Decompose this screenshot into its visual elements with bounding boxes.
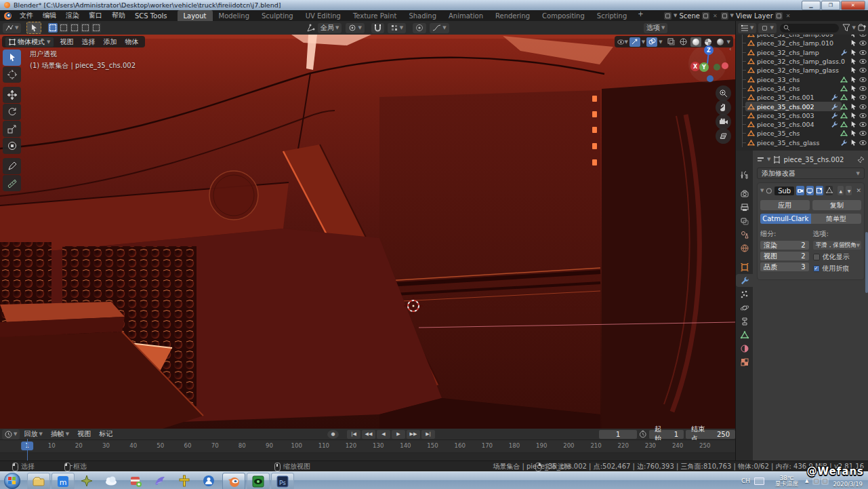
checkbox-使用折痕[interactable]: ✓使用折痕 (813, 264, 862, 273)
properties-tab-tool[interactable] (736, 168, 753, 181)
active-tool-button[interactable] (26, 22, 41, 34)
properties-tab-constraints[interactable] (736, 315, 753, 328)
properties-tab-material[interactable] (736, 342, 753, 355)
outliner-editor-type[interactable]: ▼ (738, 23, 756, 33)
axis-x-neg-dot[interactable] (722, 62, 728, 69)
object-name[interactable]: piece_32_chs_lamp (757, 49, 819, 56)
taskbar-app-blender[interactable] (222, 473, 245, 489)
viewport-3d[interactable]: 物体模式▼ 视图选择添加物体 ▼ ▼ ▼ ▼ 用户透视 (1) 场景集合 | p… (0, 35, 735, 429)
tray-expand-arrow[interactable]: ▲ (805, 478, 808, 484)
editor-type-selector[interactable]: ▼ (3, 23, 21, 33)
properties-tab-particles[interactable] (736, 288, 753, 300)
viewport-menu-选择[interactable]: 选择 (77, 37, 99, 47)
viewport-menu-添加[interactable]: 添加 (99, 37, 121, 47)
taskbar-app-maxthon[interactable]: m (51, 473, 75, 489)
properties-tab-view-layer[interactable] (736, 214, 753, 227)
properties-tab-texture[interactable] (736, 355, 753, 368)
proportional-edit-toggle[interactable] (413, 23, 426, 33)
object-name[interactable]: piece_35_chs.001 (757, 94, 814, 101)
workspace-tab-Sculpting[interactable]: Sculpting (255, 10, 299, 21)
modifier-copy-button[interactable]: 复制 (812, 200, 862, 210)
unlink-scene-icon[interactable]: ✕ (711, 13, 719, 19)
object-name[interactable]: piece_32_chs_lamp_glass (757, 66, 839, 74)
topbar-menu-编辑[interactable]: 编辑 (38, 11, 61, 20)
modifier-name-field[interactable]: Sub (774, 187, 794, 195)
jump-start-button[interactable]: |◀ (347, 430, 360, 439)
workspace-tab-Compositing[interactable]: Compositing (536, 10, 591, 21)
modifier-move-up-button[interactable]: ▲ (838, 186, 844, 195)
tray-network-icon[interactable] (812, 477, 820, 485)
axis-z-neg-dot[interactable] (707, 75, 714, 82)
workspace-tab-Animation[interactable]: Animation (442, 10, 489, 21)
outliner-row[interactable]: piece_32_chs_lamp_glass (736, 66, 868, 75)
outliner-display-mode[interactable]: ▼ (758, 23, 776, 33)
select-mode-invert[interactable] (81, 23, 90, 33)
options-dropdown[interactable]: 选项▼ (644, 23, 667, 33)
outliner-row[interactable]: piece_33_chs (736, 75, 868, 83)
outliner-row[interactable]: piece_32_chs_lamp (736, 48, 868, 57)
new-view-layer-icon[interactable] (775, 12, 783, 20)
keyboard-icon[interactable] (754, 477, 764, 485)
gizmos-dropdown[interactable]: ▼ (642, 39, 645, 45)
properties-tab-scene[interactable] (736, 228, 753, 241)
uv-smooth-dropdown[interactable]: 平滑，保留拐角▼ (813, 241, 862, 250)
mode-dropdown[interactable]: 物体模式▼ (5, 37, 54, 47)
selectable-icon[interactable] (850, 139, 857, 146)
modifier-render-toggle[interactable] (796, 186, 804, 195)
object-name[interactable]: piece_32_chs_lamp.010 (757, 39, 833, 47)
workspace-tab-Rendering[interactable]: Rendering (489, 10, 536, 21)
prev-keyframe-button[interactable]: ◀◀ (362, 430, 375, 439)
hide-eye-icon[interactable] (859, 139, 867, 146)
select-mode-new[interactable] (48, 23, 58, 33)
object-name[interactable]: piece_32_chs_lamp_glass.0 (757, 58, 845, 65)
view-layer-name[interactable]: View Layer (736, 12, 773, 20)
filter-dropdown[interactable]: ▼ (852, 25, 856, 31)
properties-tab-render[interactable] (736, 187, 753, 200)
workspace-tab-Layout[interactable]: Layout (178, 10, 213, 21)
workspace-tab-Modeling[interactable]: Modeling (213, 10, 256, 21)
axis-y-ball[interactable]: Y (699, 62, 709, 72)
ortho-perspective-button[interactable] (716, 128, 731, 144)
xray-toggle[interactable] (666, 37, 677, 47)
outliner-search-input[interactable] (780, 24, 839, 33)
frame-end-field[interactable]: 结束点250 (686, 430, 735, 439)
timeline-ruler[interactable]: 1 10203040506070809010011012013014015016… (0, 440, 735, 453)
properties-tab-world[interactable] (736, 241, 753, 254)
hide-eye-icon[interactable] (859, 49, 867, 56)
hide-eye-icon[interactable] (859, 66, 867, 74)
properties-tab-data[interactable] (736, 328, 753, 341)
outliner-row[interactable]: piece_32_chs_lamp_glass.0 (736, 57, 868, 66)
tool-move[interactable] (3, 87, 21, 103)
hide-eye-icon[interactable] (859, 85, 867, 92)
field-视图[interactable]: 视图2 (760, 252, 809, 260)
tool-cursor[interactable] (3, 66, 21, 83)
taskbar-app-explorer[interactable] (27, 473, 50, 489)
filter-icon[interactable] (842, 24, 850, 32)
topbar-menu-SCS Tools[interactable]: SCS Tools (130, 12, 172, 20)
selectable-icon[interactable] (850, 121, 857, 128)
modifier-move-down-button[interactable]: ▼ (846, 186, 852, 195)
axis-y-neg-dot[interactable] (714, 64, 720, 71)
selectable-icon[interactable] (850, 35, 857, 38)
timeline-menu-标记[interactable]: 标记 (95, 429, 117, 439)
minimize-button[interactable]: ▁ (802, 1, 821, 10)
workspace-tab-Shading[interactable]: Shading (402, 10, 442, 21)
tray-volume-icon[interactable] (821, 477, 829, 485)
selectable-icon[interactable] (850, 76, 857, 83)
workspace-tab-Scripting[interactable]: Scripting (591, 10, 633, 21)
properties-tab-object[interactable] (736, 260, 753, 273)
modifier-editmode-toggle[interactable] (816, 186, 823, 195)
selectable-icon[interactable] (850, 85, 857, 92)
scene-selector[interactable]: ▼ (674, 13, 677, 18)
proportional-falloff-dropdown[interactable]: ▼ (430, 23, 449, 33)
new-scene-icon[interactable] (702, 12, 709, 20)
properties-tab-modifiers[interactable] (736, 274, 753, 287)
gizmos-toggle[interactable] (629, 37, 640, 47)
hide-eye-icon[interactable] (859, 58, 867, 65)
taskbar-app-cross[interactable] (173, 473, 195, 489)
frame-start-field[interactable]: 起始1 (649, 430, 684, 439)
playhead-line[interactable] (27, 439, 28, 461)
overlays-dropdown[interactable]: ▼ (659, 39, 662, 45)
object-name[interactable]: piece_35_chs (757, 130, 800, 137)
selectable-icon[interactable] (850, 58, 857, 65)
